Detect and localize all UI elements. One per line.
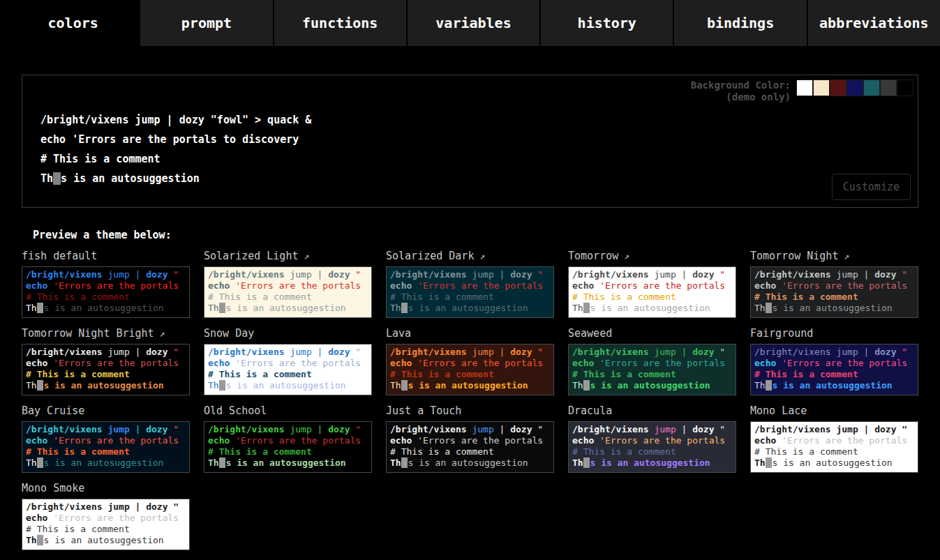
- theme-preview-line: This is an autosuggestion: [208, 303, 368, 314]
- theme-card-tomorrow-night-bright[interactable]: Tomorrow Night Bright ↗/bright/vixens ju…: [22, 327, 190, 395]
- theme-name[interactable]: fish default: [22, 250, 190, 264]
- theme-card-fish-default[interactable]: fish default/bright/vixens jump | dozy "…: [22, 250, 190, 318]
- code-span: # This is a comment: [572, 446, 676, 457]
- theme-preview[interactable]: /bright/vixens jump | dozy "echo 'Errors…: [204, 421, 372, 473]
- terminal-line: echo 'Errors are the portals to discover…: [40, 130, 311, 149]
- background-swatch-5[interactable]: [880, 80, 897, 96]
- tab-prompt[interactable]: prompt: [139, 0, 272, 46]
- code-span: s is an autosuggestion: [225, 303, 345, 313]
- code-span: Th: [26, 535, 37, 545]
- theme-card-tomorrow-night[interactable]: Tomorrow Night ↗/bright/vixens jump | do…: [750, 250, 918, 318]
- theme-preview[interactable]: /bright/vixens jump | dozy "echo 'Errors…: [386, 266, 554, 318]
- theme-name[interactable]: Fairground: [750, 327, 918, 342]
- theme-preview[interactable]: /bright/vixens jump | dozy "echo 'Errors…: [22, 266, 190, 318]
- theme-name[interactable]: Solarized Light ↗: [204, 250, 372, 264]
- background-swatch-6[interactable]: [897, 80, 913, 96]
- tab-variables[interactable]: variables: [406, 0, 539, 46]
- code-span: s is an autosuggestion: [408, 457, 528, 468]
- theme-preview[interactable]: /bright/vixens jump | dozy "echo 'Errors…: [568, 266, 736, 318]
- theme-card-tomorrow[interactable]: Tomorrow ↗/bright/vixens jump | dozy "ec…: [568, 250, 736, 318]
- theme-name[interactable]: Solarized Dark ↗: [386, 250, 554, 264]
- code-span: /bright/vixens: [208, 269, 285, 280]
- theme-preview[interactable]: /bright/vixens jump | dozy "echo 'Errors…: [386, 344, 554, 395]
- theme-preview-line: This is an autosuggestion: [390, 457, 550, 469]
- theme-card-mono-lace[interactable]: Mono Lace/bright/vixens jump | dozy "ech…: [750, 404, 918, 473]
- theme-preview[interactable]: /bright/vixens jump | dozy "echo 'Errors…: [750, 266, 918, 318]
- external-link-icon[interactable]: ↗: [474, 251, 485, 262]
- external-link-icon[interactable]: ↗: [618, 251, 629, 262]
- theme-name[interactable]: Snow Day: [204, 327, 372, 342]
- code-span: dozy: [874, 347, 896, 357]
- external-link-icon[interactable]: ↗: [838, 251, 849, 262]
- code-span: echo: [26, 280, 53, 291]
- theme-card-fairground[interactable]: Fairground/bright/vixens jump | dozy "ec…: [750, 327, 918, 395]
- theme-preview[interactable]: /bright/vixens jump | dozy "echo 'Errors…: [568, 421, 736, 473]
- swatch-row: [796, 80, 913, 96]
- theme-card-solarized-dark[interactable]: Solarized Dark ↗/bright/vixens jump | do…: [386, 250, 554, 318]
- theme-card-bay-cruise[interactable]: Bay Cruise/bright/vixens jump | dozy "ec…: [22, 404, 190, 473]
- theme-preview[interactable]: /bright/vixens jump | dozy "echo 'Errors…: [204, 266, 372, 318]
- theme-preview[interactable]: /bright/vixens jump | dozy "echo 'Errors…: [22, 344, 190, 395]
- theme-name[interactable]: Just a Touch: [386, 404, 554, 419]
- tab-history[interactable]: history: [539, 0, 673, 46]
- code-span: # This is a comment: [572, 292, 676, 302]
- code-span: echo: [572, 358, 599, 368]
- theme-name[interactable]: Bay Cruise: [22, 404, 190, 419]
- code-span: ": [350, 269, 361, 280]
- theme-preview[interactable]: /bright/vixens jump | dozy "echo 'Errors…: [750, 344, 918, 395]
- tab-colors[interactable]: colors: [7, 0, 139, 46]
- theme-name[interactable]: Mono Lace: [750, 404, 918, 419]
- tab-functions[interactable]: functions: [273, 0, 406, 46]
- theme-preview-line: This is an autosuggestion: [208, 380, 368, 391]
- code-span: Th: [40, 172, 53, 185]
- theme-card-snow-day[interactable]: Snow Day/bright/vixens jump | dozy "echo…: [204, 327, 372, 395]
- theme-name[interactable]: Old School: [204, 404, 372, 419]
- cursor-block: i: [37, 535, 44, 545]
- theme-name[interactable]: Tomorrow ↗: [568, 250, 736, 264]
- external-link-icon[interactable]: ↗: [154, 328, 165, 339]
- theme-preview-line: /bright/vixens jump | dozy ": [572, 424, 732, 435]
- theme-name[interactable]: Dracula: [568, 404, 736, 419]
- theme-card-seaweed[interactable]: Seaweed/bright/vixens jump | dozy "echo …: [568, 327, 736, 395]
- theme-name[interactable]: Mono Smoke: [22, 482, 190, 497]
- background-swatch-2[interactable]: [830, 80, 846, 96]
- background-swatch-1[interactable]: [813, 80, 830, 96]
- code-span: dozy: [692, 424, 714, 434]
- cursor-block: i: [219, 380, 226, 391]
- theme-name[interactable]: Seaweed: [568, 327, 736, 342]
- tab-abbreviations[interactable]: abbreviations: [807, 0, 940, 46]
- external-link-icon[interactable]: ↗: [298, 251, 309, 262]
- theme-name[interactable]: Tomorrow Night ↗: [750, 250, 918, 264]
- code-span: /bright/vixens: [26, 501, 103, 512]
- code-span: |: [312, 347, 328, 357]
- code-span: jump: [649, 424, 676, 434]
- theme-name[interactable]: Lava: [386, 327, 554, 342]
- background-swatch-3[interactable]: [846, 80, 863, 96]
- code-span: echo: [754, 358, 782, 368]
- theme-preview-line: echo 'Errors are the portals: [754, 435, 914, 446]
- theme-card-old-school[interactable]: Old School/bright/vixens jump | dozy "ec…: [204, 404, 372, 473]
- background-swatch-0[interactable]: [796, 80, 813, 96]
- theme-card-solarized-light[interactable]: Solarized Light ↗/bright/vixens jump | d…: [204, 250, 372, 318]
- theme-card-dracula[interactable]: Dracula/bright/vixens jump | dozy "echo …: [568, 404, 736, 473]
- theme-preview[interactable]: /bright/vixens jump | dozy "echo 'Errors…: [386, 421, 554, 473]
- theme-card-just-a-touch[interactable]: Just a Touch/bright/vixens jump | dozy "…: [386, 404, 554, 473]
- code-span: Th: [390, 457, 401, 468]
- theme-preview[interactable]: /bright/vixens jump | dozy "echo 'Errors…: [750, 421, 918, 473]
- tab-bindings[interactable]: bindings: [673, 0, 806, 46]
- background-swatch-4[interactable]: [863, 80, 880, 96]
- theme-preview[interactable]: /bright/vixens jump | dozy "echo 'Errors…: [22, 499, 190, 550]
- theme-preview[interactable]: /bright/vixens jump | dozy "echo 'Errors…: [568, 344, 736, 395]
- code-span: s is an autosuggestion: [225, 457, 345, 468]
- code-span: s is an autosuggestion: [772, 380, 892, 391]
- theme-preview-line: This is an autosuggestion: [572, 303, 732, 314]
- theme-preview[interactable]: /bright/vixens jump | dozy "echo 'Errors…: [22, 421, 190, 473]
- theme-preview[interactable]: /bright/vixens jump | dozy "echo 'Errors…: [204, 344, 372, 395]
- theme-name[interactable]: Tomorrow Night Bright ↗: [22, 327, 190, 342]
- customize-button[interactable]: Customize: [832, 174, 911, 200]
- theme-card-lava[interactable]: Lava/bright/vixens jump | dozy "echo 'Er…: [386, 327, 554, 395]
- theme-card-mono-smoke[interactable]: Mono Smoke/bright/vixens jump | dozy "ec…: [22, 482, 190, 550]
- code-span: s is an autosuggestion: [590, 380, 710, 391]
- code-span: ": [532, 347, 544, 357]
- code-span: ": [897, 424, 908, 434]
